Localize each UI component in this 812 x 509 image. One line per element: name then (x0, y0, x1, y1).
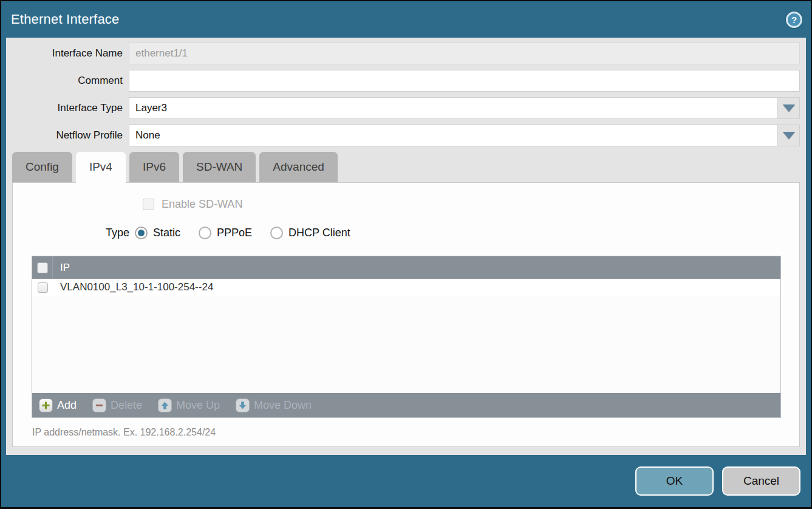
radio-static-label: Static (153, 227, 180, 239)
select-all-cell (32, 256, 53, 279)
radio-dhcp-client-label: DHCP Client (288, 227, 350, 239)
tab-ipv4[interactable]: IPv4 (76, 152, 126, 183)
interface-type-value: Layer3 (129, 98, 777, 118)
hint-text: IP address/netmask. Ex. 192.168.2.254/24 (32, 427, 790, 438)
enable-sdwan-label: Enable SD-WAN (162, 198, 242, 211)
netflow-profile-dropdown[interactable]: None (129, 125, 800, 146)
dialog-footer: OK Cancel (1, 455, 811, 507)
table-toolbar: Add Delete Move Up (32, 393, 780, 417)
ok-button[interactable]: OK (635, 466, 714, 496)
arrow-down-icon (236, 398, 250, 412)
minus-icon (92, 398, 106, 412)
dialog-title: Ethernet Interface (11, 12, 119, 27)
row-checkbox-cell (32, 282, 53, 293)
move-down-button[interactable]: Move Down (236, 398, 312, 412)
tab-advanced[interactable]: Advanced (259, 152, 338, 182)
comment-row: Comment (12, 70, 800, 92)
move-down-button-label: Move Down (254, 399, 312, 412)
plus-icon (39, 398, 53, 412)
delete-button[interactable]: Delete (92, 398, 142, 412)
radio-button-icon (199, 227, 211, 239)
radio-dhcp-client[interactable]: DHCP Client (270, 227, 350, 239)
interface-name-row: Interface Name (12, 43, 800, 64)
radio-button-icon (270, 227, 283, 239)
radio-button-icon (135, 227, 148, 239)
interface-type-label: Interface Type (12, 102, 129, 114)
table-row[interactable]: VLAN0100_L3_10-1-100-254--24 (32, 279, 780, 296)
ethernet-interface-dialog: Ethernet Interface ? Interface Name Comm… (0, 0, 812, 509)
ip-column-header[interactable]: IP (53, 262, 70, 274)
interface-type-row: Interface Type Layer3 (12, 97, 800, 119)
comment-input[interactable] (129, 70, 800, 92)
help-icon[interactable]: ? (786, 12, 802, 28)
move-up-button[interactable]: Move Up (158, 398, 220, 412)
tab-ipv6[interactable]: IPv6 (129, 152, 179, 182)
comment-label: Comment (12, 75, 129, 87)
dialog-body: Interface Name Comment Interface Type La… (6, 38, 806, 455)
move-up-button-label: Move Up (176, 399, 220, 412)
type-label: Type (22, 227, 129, 239)
enable-sdwan-row: Enable SD-WAN (143, 197, 790, 211)
ip-cell-value: VLAN0100_L3_10-1-100-254--24 (53, 281, 213, 293)
radio-pppoe-label: PPPoE (217, 227, 252, 239)
table-empty-area (32, 296, 780, 393)
ip-table: IP VLAN0100_L3_10-1-100-254--24 Add (32, 256, 781, 418)
interface-type-dropdown[interactable]: Layer3 (129, 97, 800, 119)
interface-name-label: Interface Name (12, 47, 129, 60)
netflow-profile-value: None (129, 125, 777, 146)
tab-sdwan[interactable]: SD-WAN (183, 152, 256, 182)
cancel-button[interactable]: Cancel (722, 466, 800, 496)
netflow-profile-row: Netflow Profile None (12, 125, 800, 146)
interface-name-input (129, 43, 800, 64)
ipv4-panel: Enable SD-WAN Type Static PPPoE DHCP Cli… (12, 182, 800, 447)
add-button-label: Add (57, 399, 77, 412)
tab-config[interactable]: Config (12, 152, 72, 182)
arrow-up-icon (158, 398, 172, 412)
ip-table-header: IP (32, 256, 780, 279)
chevron-down-icon[interactable] (777, 98, 799, 118)
dialog-titlebar: Ethernet Interface ? (1, 1, 811, 38)
row-checkbox[interactable] (38, 282, 48, 293)
netflow-profile-label: Netflow Profile (12, 129, 129, 142)
type-row: Type Static PPPoE DHCP Client (22, 226, 790, 240)
add-button[interactable]: Add (39, 398, 77, 412)
enable-sdwan-checkbox (143, 199, 154, 210)
chevron-down-icon[interactable] (777, 125, 799, 146)
radio-pppoe[interactable]: PPPoE (199, 227, 252, 239)
delete-button-label: Delete (111, 399, 142, 412)
tabstrip: Config IPv4 IPv6 SD-WAN Advanced (12, 152, 800, 182)
select-all-checkbox[interactable] (37, 262, 48, 273)
radio-static[interactable]: Static (135, 227, 180, 239)
